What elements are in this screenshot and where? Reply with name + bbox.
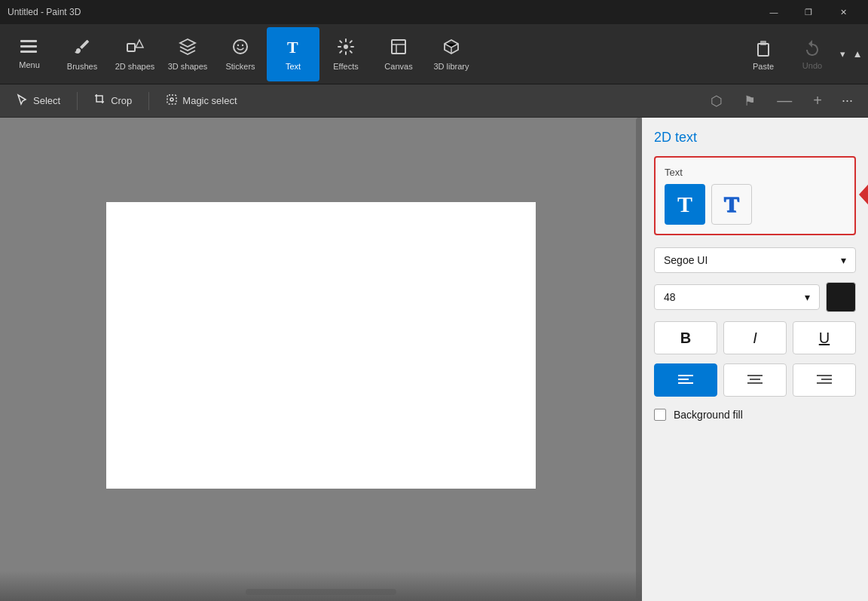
- font-dropdown[interactable]: Segoe UI ▾: [654, 247, 856, 273]
- magic-select-button[interactable]: Magic select: [158, 90, 244, 111]
- canvas-area: [0, 118, 642, 601]
- maximize-button[interactable]: ❐: [791, 0, 826, 24]
- toolbar-2dshapes-label: 2D shapes: [115, 62, 155, 71]
- toolbar-item-stickers[interactable]: Stickers: [214, 27, 267, 81]
- paste-button[interactable]: Paste: [737, 27, 790, 81]
- font-dropdown-chevron: ▾: [841, 254, 846, 266]
- white-canvas: [106, 202, 536, 489]
- toolbar-item-brushes[interactable]: Brushes: [56, 27, 108, 81]
- select-button[interactable]: Select: [9, 90, 68, 111]
- toolbar-canvas-label: Canvas: [384, 62, 412, 71]
- crop-button[interactable]: Crop: [87, 90, 139, 111]
- horizontal-scrollbar[interactable]: [246, 589, 396, 595]
- 3dshapes-icon: [179, 38, 197, 59]
- select-icon: [17, 94, 29, 108]
- align-left-button[interactable]: [654, 363, 717, 397]
- color-swatch[interactable]: [826, 282, 856, 312]
- background-fill-label: Background fill: [674, 409, 743, 421]
- svg-rect-15: [167, 95, 176, 104]
- 3dlibrary-icon: [442, 38, 460, 59]
- background-fill-checkbox[interactable]: [654, 409, 666, 421]
- crop-icon: [94, 94, 106, 108]
- right-panel: 2D text Text T T: [642, 118, 868, 601]
- svg-rect-1: [20, 45, 37, 48]
- text-solid-icon: T: [677, 192, 692, 217]
- subtool-icon4[interactable]: +: [805, 89, 830, 112]
- align-center-icon: [747, 374, 763, 386]
- undo-label: Undo: [802, 61, 822, 70]
- svg-rect-14: [760, 41, 766, 45]
- 2dshapes-icon: [126, 38, 144, 59]
- chevron-down-button[interactable]: ▾: [835, 27, 850, 81]
- font-size-row: 48 ▾: [654, 282, 856, 312]
- subtoolbar: Select Crop Magic select ⬡ ⚑ — + ···: [0, 84, 868, 118]
- titlebar: Untitled - Paint 3D — ❐ ✕: [0, 0, 868, 24]
- undo-button[interactable]: Undo: [790, 27, 835, 81]
- toolbar-item-2dshapes[interactable]: 2D shapes: [108, 27, 161, 81]
- font-size-dropdown[interactable]: 48 ▾: [654, 284, 820, 310]
- align-right-button[interactable]: [793, 363, 856, 397]
- crop-label: Crop: [111, 95, 132, 106]
- underline-button[interactable]: U: [793, 321, 856, 354]
- select-label: Select: [33, 95, 60, 106]
- separator-2: [148, 92, 149, 110]
- text-section-label: Text: [665, 167, 845, 178]
- magic-select-icon: [166, 94, 178, 108]
- toolbar-item-canvas[interactable]: Canvas: [372, 27, 425, 81]
- menu-icon: [20, 39, 38, 57]
- window-controls: — ❐ ✕: [756, 0, 860, 24]
- toolbar-right: Paste Undo ▾ ▲: [737, 27, 865, 81]
- svg-point-5: [234, 40, 247, 54]
- text-options-box: Text T T: [654, 156, 856, 235]
- toolbar-item-effects[interactable]: Effects: [319, 27, 372, 81]
- align-right-icon: [817, 374, 832, 386]
- more-options-button[interactable]: ···: [836, 90, 859, 112]
- svg-point-6: [237, 44, 239, 45]
- bold-button[interactable]: B: [654, 321, 717, 354]
- window-title: Untitled - Paint 3D: [8, 7, 81, 17]
- panel-title: 2D text: [654, 130, 856, 146]
- align-left-icon: [678, 374, 693, 386]
- toolbar-stickers-label: Stickers: [225, 62, 255, 71]
- toolbar-item-3dlibrary[interactable]: 3D library: [425, 27, 478, 81]
- red-arrow-container: [859, 178, 868, 214]
- svg-marker-4: [136, 40, 143, 48]
- chevron-up-button[interactable]: ▲: [850, 27, 865, 81]
- subtool-icon3[interactable]: —: [769, 89, 799, 112]
- text-icon: T: [285, 38, 301, 59]
- text-solid-button[interactable]: T: [665, 184, 705, 225]
- svg-point-7: [242, 44, 243, 45]
- bg-fill-row: Background fill: [654, 409, 856, 421]
- toolbar-menu-label: Menu: [19, 60, 40, 69]
- close-button[interactable]: ✕: [826, 0, 860, 24]
- minimize-button[interactable]: —: [756, 0, 791, 24]
- vertical-scrollbar[interactable]: [636, 118, 642, 601]
- toolbar-item-menu[interactable]: Menu: [3, 27, 56, 81]
- toolbar-text-label: Text: [286, 62, 301, 71]
- separator-1: [77, 92, 78, 110]
- toolbar-effects-label: Effects: [333, 62, 358, 71]
- style-row: B I U: [654, 321, 856, 354]
- subtool-icon1[interactable]: ⬡: [703, 90, 730, 112]
- subtool-icon2[interactable]: ⚑: [736, 90, 763, 112]
- magic-select-label: Magic select: [182, 95, 237, 106]
- stickers-icon: [231, 38, 249, 59]
- toolbar-brushes-label: Brushes: [67, 62, 97, 71]
- svg-rect-10: [392, 40, 405, 54]
- svg-point-16: [170, 98, 173, 101]
- italic-button[interactable]: I: [723, 321, 787, 354]
- text-outline-button[interactable]: T: [711, 184, 752, 225]
- align-center-button[interactable]: [723, 363, 787, 397]
- svg-text:T: T: [287, 38, 298, 56]
- svg-rect-0: [20, 40, 37, 42]
- toolbar-item-3dshapes[interactable]: 3D shapes: [161, 27, 214, 81]
- toolbar-item-text[interactable]: T Text: [267, 27, 319, 81]
- font-name: Segoe UI: [664, 254, 708, 266]
- font-size-chevron: ▾: [805, 291, 810, 303]
- italic-icon: I: [753, 330, 757, 347]
- main-toolbar: Menu Brushes 2D shapes 3D shapes Sticker…: [0, 24, 868, 84]
- text-icons-row: T T: [665, 184, 845, 225]
- brushes-icon: [73, 38, 91, 59]
- svg-rect-3: [127, 44, 135, 51]
- text-outline-icon: T: [724, 192, 739, 217]
